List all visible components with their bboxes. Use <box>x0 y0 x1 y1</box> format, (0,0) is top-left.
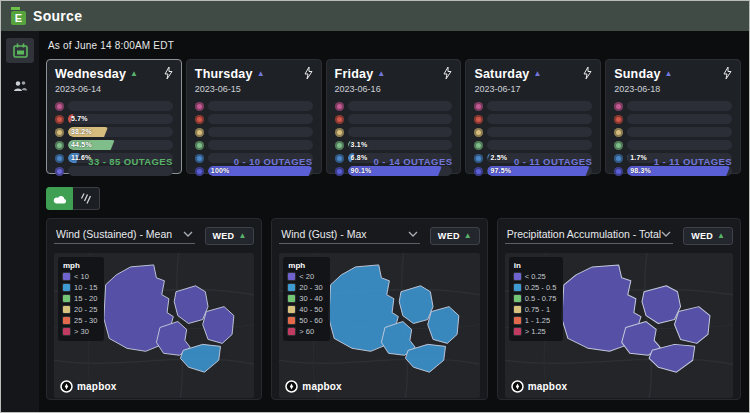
trend-up-icon: ▲ <box>665 69 673 79</box>
risk-bar-row <box>195 101 313 111</box>
metric-select[interactable]: Precipitation Accumulation - Total <box>505 228 673 244</box>
risk-dot <box>474 102 483 111</box>
day-card-wednesday[interactable]: Wednesday▲ 2023-06-14 5.7% 38.2% 44.5% 1… <box>46 59 182 174</box>
map-region-north[interactable] <box>400 286 434 324</box>
legend-item: < 10 <box>63 272 97 281</box>
legend-label: 25 - 30 <box>74 316 97 325</box>
lightning-icon[interactable] <box>164 67 173 79</box>
map-region-north[interactable] <box>642 286 681 324</box>
risk-dot <box>195 102 204 111</box>
map-canvas[interactable]: mph < 20 20 - 30 30 - 40 40 - 50 50 - 60… <box>279 253 479 398</box>
outages-label: 1 - 11 OUTAGES <box>654 156 732 167</box>
mapbox-icon <box>60 380 73 393</box>
legend-item: 0.5 - 0.75 <box>514 294 557 303</box>
day-card-thursday[interactable]: Thursday▲ 2023-06-15 100% 0 - 10 OUTAGES <box>186 59 322 174</box>
map-panel-precipitation: Precipitation Accumulation - Total WED ▲ <box>497 218 741 400</box>
map-legend: mph < 10 10 - 15 15 - 20 20 - 25 25 - 30… <box>58 257 104 341</box>
risk-dot <box>195 128 204 137</box>
legend-swatch <box>63 273 70 280</box>
map-panel-wind-sustained: Wind (Sustained) - Mean WED ▲ <box>46 218 262 400</box>
risk-bar-row <box>55 166 173 176</box>
sidebar-item-calendar[interactable] <box>6 38 34 63</box>
metric-select[interactable]: Wind (Sustained) - Mean <box>54 228 195 244</box>
day-label: Friday <box>335 67 374 81</box>
mapbox-icon <box>511 380 524 393</box>
day-card-friday[interactable]: Friday▲ 2023-06-16 3.1% 6.8% 90.1% 0 - 1… <box>326 59 462 174</box>
map-region-east[interactable] <box>674 307 710 344</box>
risk-bar-row <box>335 101 453 111</box>
esource-logo: E <box>11 8 28 25</box>
metric-select[interactable]: Wind (Gust) - Max <box>279 228 420 244</box>
card-title: Friday▲ <box>335 67 386 81</box>
day-badge[interactable]: WED ▲ <box>683 227 733 245</box>
risk-dot <box>614 167 623 176</box>
legend-label: < 0.25 <box>525 272 546 281</box>
risk-bar-row: 98.3% <box>614 166 732 176</box>
risk-dot <box>335 167 344 176</box>
card-date: 2023-06-15 <box>195 84 313 94</box>
map-region-east[interactable] <box>203 307 234 344</box>
card-title: Wednesday▲ <box>55 67 138 81</box>
map-region-east[interactable] <box>428 307 459 344</box>
risk-bar-value: 6.8% <box>351 153 368 163</box>
legend-label: 0.5 - 0.75 <box>525 294 557 303</box>
day-badge[interactable]: WED ▲ <box>205 227 255 245</box>
sidebar-item-users[interactable] <box>6 75 34 97</box>
risk-bar-track: 38.2% <box>68 127 173 137</box>
card-date: 2023-06-14 <box>55 84 173 94</box>
risk-dot <box>614 128 623 137</box>
risk-bar-value: 97.5% <box>490 166 511 176</box>
legend-label: 0.25 - 0.5 <box>525 283 557 292</box>
risk-bar-track <box>487 140 592 150</box>
day-card-sunday[interactable]: Sunday▲ 2023-06-18 1.7% 98.3% 1 - 11 OUT… <box>605 59 741 174</box>
risk-dot <box>474 167 483 176</box>
map-legend: in < 0.25 0.25 - 0.5 0.5 - 0.75 0.75 - 1… <box>509 257 564 341</box>
risk-dot <box>474 154 483 163</box>
map-canvas[interactable]: mph < 10 10 - 15 15 - 20 20 - 25 25 - 30… <box>54 253 254 398</box>
trend-up-icon: ▲ <box>257 69 265 79</box>
mapbox-logo[interactable]: mapbox <box>511 380 568 393</box>
trend-up-icon: ▲ <box>533 69 541 79</box>
chevron-down-icon <box>183 231 193 237</box>
legend-label: < 20 <box>299 272 314 281</box>
risk-bar-track: 100% <box>208 166 313 176</box>
legend-swatch <box>514 273 521 280</box>
map-canvas[interactable]: in < 0.25 0.25 - 0.5 0.5 - 0.75 0.75 - 1… <box>505 253 733 398</box>
legend-item: 0.25 - 0.5 <box>514 283 557 292</box>
risk-dot <box>614 115 623 124</box>
risk-bar-track <box>487 101 592 111</box>
risk-bar-row <box>55 101 173 111</box>
mapbox-logo[interactable]: mapbox <box>285 380 342 393</box>
lightning-icon[interactable] <box>723 67 732 79</box>
cloud-icon <box>53 194 67 204</box>
legend-swatch <box>288 306 295 313</box>
precipitation-layer-button[interactable] <box>46 187 73 210</box>
layer-toggle-group <box>46 187 741 210</box>
map-region-north[interactable] <box>174 286 208 324</box>
logo-dash <box>11 7 20 10</box>
legend-item: 1 - 1.25 <box>514 316 557 325</box>
day-badge[interactable]: WED ▲ <box>430 227 480 245</box>
legend-swatch <box>288 284 295 291</box>
lightning-icon[interactable] <box>583 67 592 79</box>
legend-item: 0.75 - 1 <box>514 305 557 314</box>
risk-bar-track <box>487 114 592 124</box>
risk-bar-track: 44.5% <box>68 140 173 150</box>
legend-swatch <box>514 284 521 291</box>
legend-label: 50 - 60 <box>299 316 322 325</box>
day-card-saturday[interactable]: Saturday▲ 2023-06-17 2.5% 97.5% 0 - 11 O… <box>465 59 601 174</box>
card-date: 2023-06-18 <box>614 84 732 94</box>
risk-bar-row <box>474 127 592 137</box>
mapbox-logo[interactable]: mapbox <box>60 380 117 393</box>
risk-bar-track: 3.1% <box>348 140 453 150</box>
risk-dot <box>55 128 64 137</box>
lightning-strikes-layer-button[interactable] <box>73 187 100 210</box>
legend-item: < 20 <box>288 272 322 281</box>
risk-bar-row <box>335 127 453 137</box>
lightning-icon[interactable] <box>304 67 313 79</box>
trend-up-icon: ▲ <box>377 69 385 79</box>
outages-label: 0 - 11 OUTAGES <box>514 156 592 167</box>
legend-swatch <box>514 295 521 302</box>
lightning-icon[interactable] <box>443 67 452 79</box>
risk-dot <box>195 154 204 163</box>
